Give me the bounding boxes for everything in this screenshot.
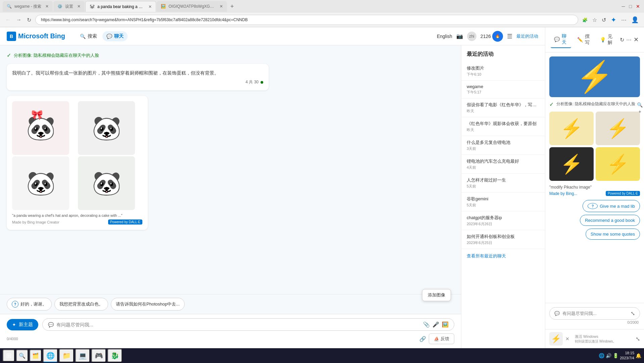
tab-icon: ⚙️ [57,4,62,9]
taskbar-network-icon: 🌐 [599,353,604,358]
recent-item-3[interactable]: 《红色年华》观影体会收获，要原创 昨天 [461,117,545,136]
chip-bg[interactable]: 我想把背景改成白色。 [54,298,108,311]
taskbar-dragon-button[interactable]: 🐉 [107,349,122,362]
taskbar-terminal-button[interactable]: 💻 [75,349,90,362]
sidebar-close-button[interactable]: ✕ [634,36,639,43]
recent-item-text-2: 假设你看了电影《红色年华》，写一份观影... [467,102,540,108]
sidebar-expand-button[interactable]: ⤡ [631,310,635,317]
pikachu-cell-4[interactable]: ⚡ [596,147,640,181]
maximize-button[interactable]: □ [628,2,633,10]
mic-button[interactable]: 🎤 [432,321,439,328]
settings-button[interactable]: ⋯ [620,15,628,25]
recent-item-8[interactable]: chatgpt的服务器ip 2023年6月26日 [461,211,545,230]
chip-help-label: 好的，谢谢。 [20,301,47,307]
recent-item-2[interactable]: 假设你看了电影《红色年华》，写一份观影... 昨天 [461,98,545,117]
address-bar: ← → ↻ 🧩 ☆ ↺ ✦ ⋯ 👤 [0,13,644,27]
tab-settings[interactable]: ⚙️ 设置 ✕ [53,1,85,12]
sidebar-content[interactable]: ⚡ ✓ 分析图像: 隐私模糊会隐藏应在聊天中的人脸 ⚡ ⚡ ⚡ ⚡ [545,52,644,303]
notification-button[interactable]: 🔔 [636,353,641,358]
sidebar-chip-madlib[interactable]: ? Give me a mad lib [583,200,640,212]
new-tab-button[interactable]: + [228,3,237,10]
language-selector[interactable]: English [437,34,452,39]
sidebar-char-count: 0/2000 [549,320,640,325]
bing-logo-icon: B [7,32,16,41]
nav-chat[interactable]: 💬 聊天 [102,31,128,41]
favorites-button[interactable]: ☆ [591,15,598,25]
tab-close-oig[interactable]: ✕ [220,4,223,9]
user-avatar[interactable]: zhi [467,32,476,41]
nav-search[interactable]: 🔍 搜索 [76,31,101,41]
recent-item-0[interactable]: 修改图片 下午6:10 [461,62,545,81]
chip-photoshop[interactable]: 请告诉我如何在Photoshop中去... [111,298,185,311]
modify-link[interactable]: Made by Bing... [549,191,577,196]
sidebar-search-icon-btn[interactable]: 🔍 [637,102,643,108]
taskbar-taskview-button[interactable]: 🗂️ [30,350,42,362]
chat-content-scroll[interactable]: ✓ 分析图像: 隐私模糊会隐藏应在聊天中的人脸 我明白了。我可以帮你生成一张新的… [0,45,461,294]
chat-input[interactable] [56,322,420,327]
start-button[interactable]: ⊞ [3,350,15,362]
pikachu-cell-2[interactable]: ⚡ [596,112,640,145]
recent-item-1[interactable]: wegame 下午5:17 [461,81,545,98]
view-all-chats-link[interactable]: 查看所有最近的聊天 [461,249,545,263]
back-button[interactable]: ← [4,15,12,24]
attach-button[interactable]: 📎 [423,321,430,328]
image-button[interactable]: 🖼️ [442,321,449,328]
taskbar-edge-button[interactable]: 🌐 [43,349,58,362]
forward-button[interactable]: → [15,15,23,24]
reload-button[interactable]: ↻ [26,15,33,25]
taskbar-explorer-button[interactable]: 📁 [59,349,74,362]
taskbar-time[interactable]: 18:15 2023/7/4 [620,351,634,361]
close-button[interactable]: ✕ [635,2,641,10]
new-topic-button[interactable]: ✦ 新主题 [7,319,38,330]
sidebar-chat-label: 聊天 [562,33,568,45]
plus-icon: ✦ [12,322,16,327]
sidebar-more-button[interactable]: ⋯ [626,36,632,43]
pikachu-cell-3[interactable]: ⚡ [549,147,594,181]
sidebar-refresh-button[interactable]: ↻ [620,36,624,43]
recent-item-6[interactable]: 人怎样才能过好一生 5天前 [461,174,545,193]
tab-oig[interactable]: 🖼️ OIGIQW2ATP8sWgXG4DI7dT(... ✕ [157,1,227,12]
recent-item-5[interactable]: 锂电池的汽车怎么充电最好 4天前 [461,155,545,174]
panda-image-1[interactable]: 🐼🎀 [12,101,69,155]
sidebar-chip-book[interactable]: Recommend a good book [580,215,640,226]
menu-button[interactable]: ☰ [507,33,512,40]
tab-wegame[interactable]: 🔍 wegame - 搜索 ✕ [3,1,53,12]
sidebar-tab-insight[interactable]: 💡 见解 [597,32,617,48]
tab-label: a panda bear baking a cake in a... [97,4,144,9]
sidebar-chip-madlib-label: Give me a mad lib [600,204,635,209]
nav-search-label: 搜索 [88,33,97,39]
sidebar-tab-chat[interactable]: 💬 聊天 [551,31,571,48]
profile-button[interactable]: 👤 [630,15,640,25]
refresh-button[interactable]: ↺ [600,15,607,25]
tab-panda[interactable]: 🐼 a panda bear baking a cake in a... ✕ [85,1,156,12]
tab-close-settings[interactable]: ✕ [77,4,81,9]
pikachu-cell-1[interactable]: ⚡ [549,112,594,145]
recent-item-time-0: 下午6:10 [467,72,540,77]
sidebar-bottom-expand[interactable]: ⤡ [636,336,640,342]
minimize-button[interactable]: ─ [620,2,627,10]
recent-activity-button[interactable]: 最近的活动 [516,33,538,39]
panda-image-4[interactable]: 🐼 [78,156,135,210]
extensions-button[interactable]: 🧩 [581,16,589,24]
recent-item-7[interactable]: 谷歌gemini 5天前 [461,193,545,211]
tab-close-panda[interactable]: ✕ [148,4,152,9]
taskbar-game-button[interactable]: 🎮 [91,349,106,362]
feedback-button[interactable]: ⛵ 反馈 [429,333,454,344]
chip-help[interactable]: ? 好的，谢谢。 [7,298,52,311]
address-input[interactable] [35,15,578,25]
taskbar-search-button[interactable]: 🔍 [16,350,28,362]
panda-image-3[interactable]: 🐼 [12,156,69,210]
recent-item-9[interactable]: 如何开通科创板和创业板 2023年6月25日 [461,230,545,249]
ai-analysis-notice: ✓ 分析图像: 隐私模糊会隐藏应在聊天中的人脸 [549,101,640,108]
tab-close-wegame[interactable]: ✕ [45,4,49,9]
sidebar-tab-write[interactable]: ✏️ 撰写 [574,32,594,48]
copilot-button[interactable]: ✦ [609,14,618,25]
pikachu-featured-image: ⚡ [549,56,640,97]
sidebar-add-icon-btn[interactable]: + [637,109,643,114]
recent-item-4[interactable]: 什么是多元复合锂电池 3天前 [461,136,545,155]
remove-thumbnail-button[interactable]: ✕ [565,336,569,341]
panda-image-2[interactable]: 🐼 [78,101,135,155]
modify-text-container: "modify Pikachu image" Made by Bing... P… [549,185,640,196]
sidebar-chat-input[interactable] [562,311,628,316]
sidebar-chip-quotes[interactable]: Show me some quotes [586,229,640,240]
